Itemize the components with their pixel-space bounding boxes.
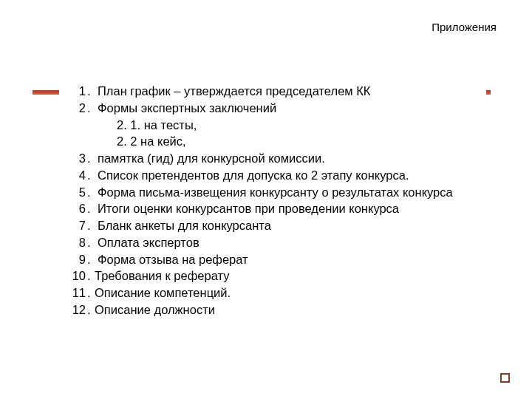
- list-text: Список претендентов для допуска ко 2 эта…: [95, 167, 479, 184]
- list-dot: .: [87, 150, 95, 167]
- list-text: Описание компетенций.: [95, 284, 479, 301]
- list-item: 3.памятка (гид) для конкурсной комиссии.: [66, 150, 479, 167]
- list-number: 2: [66, 100, 87, 117]
- page-title: Приложения: [432, 21, 497, 33]
- list-dot: .: [87, 284, 95, 301]
- list-item: 4.Список претендентов для допуска ко 2 э…: [66, 167, 479, 184]
- list-subitem: 2. 2 на кейс,: [66, 133, 479, 150]
- list-number: 11: [66, 284, 87, 301]
- list-dot: .: [87, 100, 95, 117]
- list-text: Бланк анкеты для конкурсанта: [95, 217, 479, 234]
- list-dot: .: [87, 184, 95, 201]
- list-number: 12: [66, 301, 87, 318]
- list-text: Форма отзыва на реферат: [95, 251, 479, 268]
- list-dot: .: [87, 234, 95, 251]
- list-text: памятка (гид) для конкурсной комиссии.: [95, 150, 479, 167]
- list-number: 5: [66, 184, 87, 201]
- list-dot: .: [87, 217, 95, 234]
- content-box: 1.План график – утверждается председател…: [59, 80, 486, 326]
- list-dot: .: [87, 301, 95, 318]
- list-number: 7: [66, 217, 87, 234]
- list-item: 6.Итоги оценки конкурсантов при проведен…: [66, 200, 479, 217]
- list-item: 9.Форма отзыва на реферат: [66, 251, 479, 268]
- list-text: Требования к реферату: [95, 267, 479, 284]
- list-number: 10: [66, 267, 87, 284]
- list-text: План график – утверждается председателем…: [95, 83, 479, 100]
- list-number: 4: [66, 167, 87, 184]
- list-dot: .: [87, 200, 95, 217]
- list-number: 9: [66, 251, 87, 268]
- list-dot: .: [87, 83, 95, 100]
- list-text: Формы экспертных заключений: [95, 100, 479, 117]
- list-item: 5. Форма письма-извещения конкурсанту о …: [66, 184, 479, 201]
- list-item: 7.Бланк анкеты для конкурсанта: [66, 217, 479, 234]
- list-item: 8.Оплата экспертов: [66, 234, 479, 251]
- list-item: 1.План график – утверждается председател…: [66, 83, 479, 100]
- list-dot: .: [87, 167, 95, 184]
- list-number: 3: [66, 150, 87, 167]
- list-item: 12.Описание должности: [66, 301, 479, 318]
- list-item: 11.Описание компетенций.: [66, 284, 479, 301]
- list-number: 6: [66, 200, 87, 217]
- list-item: 2.Формы экспертных заключений: [66, 100, 479, 117]
- list-item: 10.Требования к реферату: [66, 267, 479, 284]
- list-number: 1: [66, 83, 87, 100]
- list-text: Оплата экспертов: [95, 234, 479, 251]
- list-text: Форма письма-извещения конкурсанту о рез…: [95, 184, 479, 201]
- appendix-list: 1.План график – утверждается председател…: [66, 83, 479, 318]
- list-text: Описание должности: [95, 301, 479, 318]
- list-number: 8: [66, 234, 87, 251]
- footer-square-icon: [500, 373, 510, 383]
- list-subitem: 2. 1. на тесты,: [66, 117, 479, 134]
- list-dot: .: [87, 251, 95, 268]
- list-text: Итоги оценки конкурсантов при проведении…: [95, 200, 479, 217]
- list-dot: .: [87, 267, 95, 284]
